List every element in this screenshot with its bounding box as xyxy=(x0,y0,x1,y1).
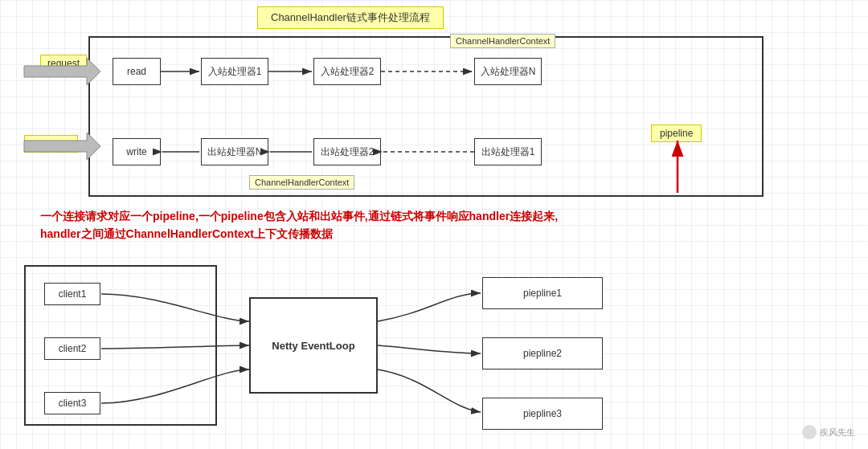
pipeline3-box: piepline3 xyxy=(482,398,603,430)
box-inbound1: 入站处理器1 xyxy=(201,58,268,85)
client2-box: client2 xyxy=(44,337,100,360)
response-label: response xyxy=(24,135,78,153)
client1-box: client1 xyxy=(44,283,100,305)
top-section-box xyxy=(88,36,764,197)
box-outbound1: 出站处理器1 xyxy=(474,138,542,165)
title-label: ChannelHandler链式事件处理流程 xyxy=(257,6,444,29)
event-loop-box: Netty EventLoop xyxy=(249,297,378,394)
client3-box: client3 xyxy=(44,392,100,414)
box-read: read xyxy=(113,58,161,85)
description-text: 一个连接请求对应一个pipeline,一个pipeline包含入站和出站事件,通… xyxy=(40,207,558,243)
ctx-label-top: ChannelHandlerContext xyxy=(450,34,555,48)
pipeline1-box: piepline1 xyxy=(482,277,603,309)
watermark-text: 疾风先生 xyxy=(820,427,855,439)
diagram-container: ChannelHandler链式事件处理流程 ChannelHandlerCon… xyxy=(0,0,868,449)
box-inbound2: 入站处理器2 xyxy=(313,58,381,85)
watermark: 疾风先生 xyxy=(802,425,855,439)
pipeline-label: pipeline xyxy=(651,124,702,142)
pipeline2-box: piepline2 xyxy=(482,337,603,369)
box-inboundN: 入站处理器N xyxy=(474,58,542,85)
watermark-icon xyxy=(802,425,817,439)
box-write: write xyxy=(113,138,161,165)
box-outbound2: 出站处理器2 xyxy=(313,138,381,165)
ctx-label-bottom: ChannelHandlerContext xyxy=(249,175,354,190)
desc-line2: handler之间通过ChannelHandlerContext上下文传播数据 xyxy=(40,225,558,243)
desc-line1: 一个连接请求对应一个pipeline,一个pipeline包含入站和出站事件,通… xyxy=(40,207,558,225)
box-outboundN: 出站处理器N xyxy=(201,138,268,165)
request-label: request xyxy=(40,55,87,72)
